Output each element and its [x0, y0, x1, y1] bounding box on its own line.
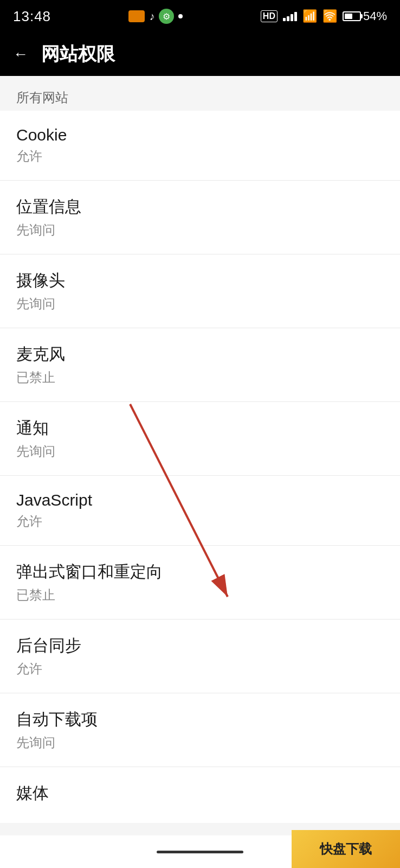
menu-item-location-title: 位置信息 — [16, 196, 384, 218]
menu-item-javascript-title: JavaScript — [16, 491, 384, 509]
menu-item-notification-title: 通知 — [16, 417, 384, 439]
menu-item-notification[interactable]: 通知 先询问 — [0, 402, 400, 476]
menu-item-camera-subtitle: 先询问 — [16, 295, 384, 312]
menu-item-auto-download-title: 自动下载项 — [16, 709, 384, 731]
menu-item-cookie-subtitle: 允许 — [16, 148, 384, 165]
menu-item-background-sync-title: 后台同步 — [16, 635, 384, 657]
status-bar: 13:48 ♪ ⚙ HD 📶 🛜 54% — [0, 0, 400, 33]
battery-percent: 54% — [363, 9, 387, 23]
wifi-icon-2: 🛜 — [322, 9, 337, 23]
back-button[interactable]: ← — [13, 46, 28, 63]
bottom-nav-indicator — [157, 851, 243, 853]
status-app-icons: ♪ ⚙ — [128, 9, 183, 24]
menu-item-auto-download[interactable]: 自动下载项 先询问 — [0, 693, 400, 767]
menu-item-camera[interactable]: 摄像头 先询问 — [0, 254, 400, 328]
menu-item-cookie-title: Cookie — [16, 126, 384, 144]
tiktok-icon: ♪ — [149, 10, 154, 23]
header: ← 网站权限 — [0, 33, 400, 76]
status-time: 13:48 — [13, 8, 51, 25]
page-title: 网站权限 — [41, 42, 115, 67]
wifi-icon: 📶 — [302, 9, 317, 23]
menu-list: Cookie 允许 位置信息 先询问 摄像头 先询问 麦克风 已禁止 通知 先询… — [0, 111, 400, 823]
menu-item-media-title: 媒体 — [16, 782, 384, 805]
signal-icon — [283, 12, 297, 21]
hd-badge: HD — [261, 10, 278, 22]
watermark-text: 快盘下载 — [320, 840, 372, 858]
battery-fill — [345, 14, 352, 19]
menu-item-camera-title: 摄像头 — [16, 270, 384, 292]
menu-item-location-subtitle: 先询问 — [16, 221, 384, 239]
menu-item-notification-subtitle: 先询问 — [16, 443, 384, 460]
menu-item-background-sync-subtitle: 允许 — [16, 660, 384, 678]
menu-item-microphone-title: 麦克风 — [16, 343, 384, 366]
menu-item-popup-title: 弹出式窗口和重定向 — [16, 561, 384, 583]
menu-item-popup-subtitle: 已禁止 — [16, 586, 384, 604]
menu-item-microphone[interactable]: 麦克风 已禁止 — [0, 328, 400, 402]
menu-item-popup[interactable]: 弹出式窗口和重定向 已禁止 — [0, 546, 400, 620]
battery-icon — [343, 11, 361, 21]
menu-item-location[interactable]: 位置信息 先询问 — [0, 181, 400, 254]
section-all-sites: 所有网站 — [0, 76, 400, 111]
menu-item-javascript-subtitle: 允许 — [16, 513, 384, 530]
menu-item-media[interactable]: 媒体 — [0, 767, 400, 823]
menu-item-background-sync[interactable]: 后台同步 允许 — [0, 620, 400, 693]
menu-item-javascript[interactable]: JavaScript 允许 — [0, 476, 400, 546]
watermark: 快盘下载 — [292, 830, 400, 868]
dot-icon — [178, 14, 183, 18]
notification-icon — [128, 10, 145, 22]
status-right-icons: HD 📶 🛜 54% — [261, 9, 387, 23]
gear-icon: ⚙ — [159, 9, 174, 24]
menu-item-auto-download-subtitle: 先询问 — [16, 734, 384, 751]
battery-container: 54% — [343, 9, 387, 23]
menu-item-microphone-subtitle: 已禁止 — [16, 369, 384, 386]
menu-item-cookie[interactable]: Cookie 允许 — [0, 111, 400, 181]
